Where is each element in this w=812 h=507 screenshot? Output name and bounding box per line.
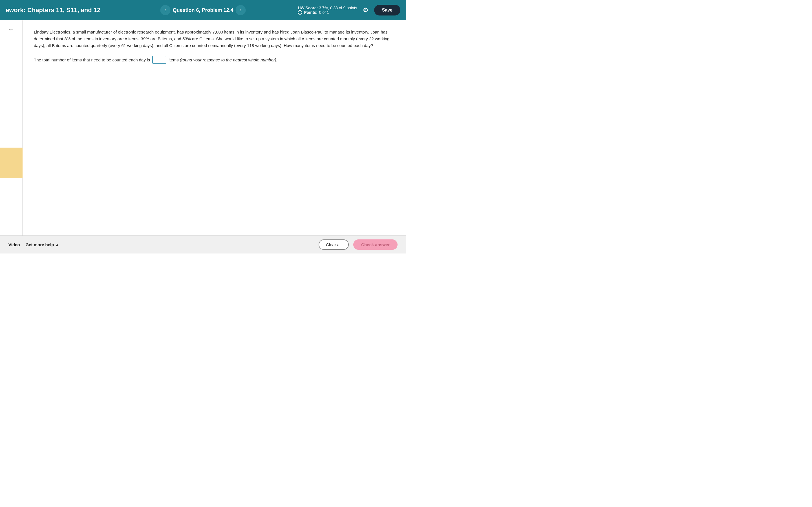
circle-icon (298, 10, 302, 15)
clear-all-button[interactable]: Clear all (319, 239, 349, 250)
answer-prefix: The total number of items that need to b… (34, 57, 150, 62)
gear-icon: ⚙ (363, 6, 368, 13)
check-answer-button[interactable]: Check answer (353, 239, 398, 250)
footer-left: Video Get more help ▲ (8, 242, 59, 247)
points-value: 0 of 1 (319, 10, 329, 15)
back-icon: ← (8, 26, 14, 33)
question-label: Question 6, Problem 12.4 (172, 7, 233, 13)
prev-question-button[interactable]: ‹ (160, 5, 170, 15)
page-title: ework: Chapters 11, S11, and 12 (6, 6, 100, 14)
next-question-button[interactable]: › (236, 5, 246, 15)
score-section: HW Score: 3.7%, 0.33 of 9 points Points:… (298, 6, 357, 15)
video-link[interactable]: Video (8, 242, 20, 247)
question-body: Lindsay Electronics, a small manufacture… (34, 29, 395, 49)
points-row: Points: 0 of 1 (298, 10, 329, 15)
sidebar-yellow-tab (0, 148, 22, 178)
answer-suffix: items (round your response to the neares… (168, 57, 277, 62)
answer-row: The total number of items that need to b… (34, 56, 395, 64)
answer-note: (round your response to the nearest whol… (180, 57, 277, 62)
chevron-left-icon: ‹ (165, 8, 166, 13)
header-right: HW Score: 3.7%, 0.33 of 9 points Points:… (298, 5, 400, 15)
points-label: Points: (304, 10, 317, 15)
save-button[interactable]: Save (374, 5, 400, 15)
get-more-help-button[interactable]: Get more help ▲ (26, 242, 59, 247)
footer-right: Clear all Check answer (319, 239, 398, 250)
header: ework: Chapters 11, S11, and 12 ‹ Questi… (0, 0, 406, 20)
chevron-up-icon: ▲ (55, 242, 59, 247)
chevron-right-icon: › (240, 8, 241, 13)
main-content: Lindsay Electronics, a small manufacture… (22, 20, 406, 235)
sidebar: ← (0, 20, 22, 235)
question-nav: ‹ Question 6, Problem 12.4 › (160, 5, 246, 15)
back-button[interactable]: ← (8, 26, 14, 33)
hw-score-value: 3.7%, 0.33 of 9 points (319, 6, 357, 10)
footer: Video Get more help ▲ Clear all Check an… (0, 235, 406, 253)
get-more-help-label: Get more help (26, 242, 54, 247)
answer-input[interactable] (152, 56, 166, 64)
hw-score-row: HW Score: 3.7%, 0.33 of 9 points (298, 6, 357, 10)
hw-score-label: HW Score: (298, 6, 318, 10)
settings-button[interactable]: ⚙ (363, 6, 368, 14)
